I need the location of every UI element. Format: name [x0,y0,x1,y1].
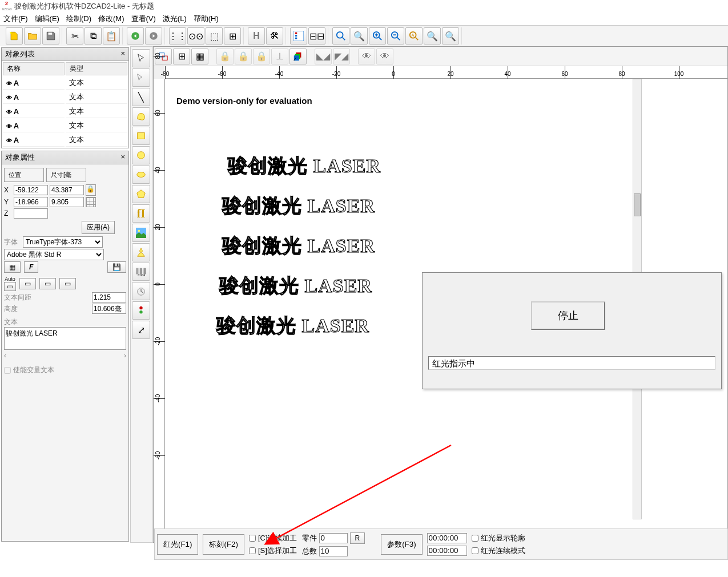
sel-proc-checkbox[interactable] [249,547,256,554]
save-file-icon[interactable] [42,27,59,45]
col-type[interactable]: 类型 [66,62,127,75]
pattern-icon[interactable]: ▦ [191,49,208,64]
mirror-h-icon[interactable]: ◣◢ [315,49,332,64]
polygon-tool-icon[interactable] [132,185,150,203]
menu-edit[interactable]: 编辑(E) [35,14,59,24]
ungroup-icon[interactable]: ⊞ [173,49,190,64]
list-item[interactable]: A文本 [3,91,127,104]
font-save-button[interactable]: 💾 [107,261,126,273]
nodes-2-icon[interactable]: ⊙⊙ [187,27,204,45]
undo-icon[interactable] [127,27,144,45]
cont-proc-checkbox[interactable] [249,535,256,542]
zoom-sel-icon[interactable]: 🔍 [424,27,441,45]
circle-tool-icon[interactable] [132,146,150,164]
flow-icon[interactable]: ⊟⊟ [308,27,325,45]
z-input[interactable] [14,208,48,219]
col-name[interactable]: 名称 [3,62,65,75]
nodes-1-icon[interactable]: ⋮⋮ [169,27,186,45]
timer-tool-icon[interactable] [132,282,150,300]
r-button[interactable]: R [350,532,365,544]
red-show-checkbox[interactable] [472,535,478,542]
paste-icon[interactable]: 📋 [103,27,120,45]
font-type-select[interactable]: TrueType字体-373 [23,236,103,248]
apply-button[interactable]: 应用(A) [82,221,115,234]
w-input[interactable] [50,185,84,195]
new-file-icon[interactable] [6,27,23,45]
h-input[interactable] [50,197,84,207]
lock-1-icon[interactable]: 🔒 [216,49,234,64]
mirror-v-icon[interactable]: ◤◢ [333,49,350,64]
redo-icon[interactable] [145,27,162,45]
canvas-text-1[interactable]: 骏创激光 LASER [228,153,381,179]
mark-button[interactable]: 标刻(F2) [203,534,244,555]
copy-icon[interactable]: ⧉ [85,27,102,45]
vector-tool-icon[interactable] [132,243,150,261]
red-light-button[interactable]: 红光(F1) [157,534,198,555]
eye-2-icon[interactable]: 👁 [376,49,393,64]
stop-button[interactable]: 停止 [531,301,605,330]
font-btn-2[interactable]: F [24,261,38,273]
canvas-text-2[interactable]: 骏创激光 LASER [222,193,375,219]
text-input[interactable]: 骏创激光 LASER [4,327,126,350]
line-tool-icon[interactable]: ╲ [132,88,150,106]
canvas-text-5[interactable]: 骏创激光 LASER [216,313,369,339]
io-tool-icon[interactable] [132,301,150,320]
nodes-4-icon[interactable]: ⊞ [224,27,241,45]
menu-draw[interactable]: 绘制(D) [66,14,91,24]
lock-2-icon[interactable]: 🔒 [235,49,252,64]
menu-file[interactable]: 文件(F) [3,14,28,24]
lock-3-icon[interactable]: 🔒 [253,49,270,64]
total-input[interactable] [319,546,348,556]
zoom-fit-icon[interactable]: A [405,27,423,45]
canvas-text-4[interactable]: 骏创激光 LASER [219,273,372,299]
align-icon[interactable]: ⊥ [271,49,288,64]
menu-modify[interactable]: 修改(M) [98,14,124,24]
tools-icon[interactable]: 🛠 [266,27,283,45]
height-input[interactable] [92,304,126,314]
barcode-tool-icon[interactable]: 01234 [132,263,150,281]
zoom-icon[interactable] [332,27,349,45]
scroll-right-icon[interactable]: › [124,352,126,360]
nodes-3-icon[interactable]: ⬚ [206,27,223,45]
menu-view[interactable]: 查看(V) [131,14,156,24]
cut-icon[interactable]: ✂ [66,27,83,45]
enable-var-checkbox[interactable] [4,367,11,374]
ellipse-tool-icon[interactable] [132,166,150,184]
curve-tool-icon[interactable] [132,107,150,126]
font-btn-1[interactable]: ▦ [4,261,21,273]
menu-laser[interactable]: 激光(L) [163,14,187,24]
eye-1-icon[interactable]: 👁 [358,49,375,64]
align-btn-2[interactable]: ▭ [19,278,36,289]
canvas-text-3[interactable]: 骏创激光 LASER [222,233,375,259]
menu-help[interactable]: 帮助(H) [194,14,219,24]
zoom-out-icon[interactable] [387,27,404,45]
hatch-icon[interactable]: H [248,27,265,45]
close-panel-icon[interactable]: × [120,49,125,59]
x-input[interactable] [14,185,48,195]
close-panel-icon[interactable]: × [120,152,125,163]
y-input[interactable] [14,197,48,207]
params-button[interactable]: 参数(F3) [381,534,422,555]
parts-input[interactable] [319,533,348,543]
align-btn-3[interactable]: ▭ [39,278,56,289]
font-family-select[interactable]: Adobe 黑体 Std R [4,249,104,260]
list-icon[interactable] [290,27,307,45]
align-btn-1[interactable]: ▭ [4,282,16,291]
red-cont-checkbox[interactable] [472,547,478,554]
open-file-icon[interactable] [24,27,41,45]
zoom-in-icon[interactable] [369,27,386,45]
zoom-free-icon[interactable]: 🔍 [351,27,368,45]
zoom-page-icon[interactable]: 🔍 [442,27,459,45]
list-item[interactable]: A文本 [3,134,127,147]
list-item[interactable]: A文本 [3,76,127,90]
extend-tool-icon[interactable]: ⤢ [132,321,150,339]
select-tool-icon[interactable] [132,49,150,67]
scrollbar-thumb[interactable] [634,193,641,216]
text-tool-icon[interactable]: fI [132,204,150,223]
layers-icon[interactable] [289,49,307,64]
grid-icon[interactable] [86,197,96,207]
lock-icon[interactable]: 🔒 [86,184,96,196]
align-btn-4[interactable]: ▭ [59,278,76,289]
list-item[interactable]: A文本 [3,105,127,118]
rect-tool-icon[interactable] [132,127,150,145]
